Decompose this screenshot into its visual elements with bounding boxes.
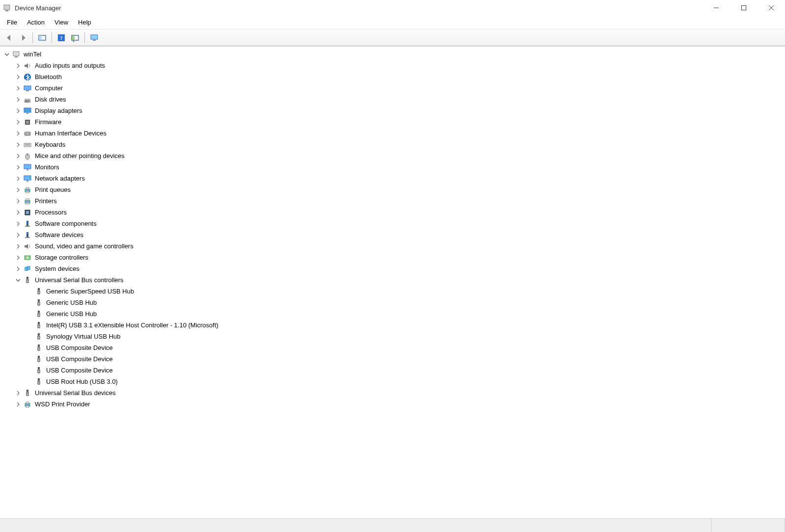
expand-icon[interactable] xyxy=(14,220,22,228)
expand-icon[interactable] xyxy=(14,96,22,104)
menu-file[interactable]: File xyxy=(2,17,22,28)
tree-category[interactable]: Disk drives xyxy=(0,94,785,105)
svg-rect-25 xyxy=(26,121,29,124)
show-hide-button[interactable] xyxy=(36,31,49,44)
expand-icon[interactable] xyxy=(14,130,22,137)
menu-view[interactable]: View xyxy=(50,17,73,28)
tree-device[interactable]: USB Composite Device xyxy=(0,342,785,353)
expand-icon[interactable] xyxy=(14,152,22,160)
expand-icon[interactable] xyxy=(14,242,22,250)
expand-icon[interactable] xyxy=(14,209,22,216)
svg-point-28 xyxy=(28,133,29,134)
back-button[interactable] xyxy=(3,31,16,44)
svg-rect-87 xyxy=(26,390,28,392)
expand-icon[interactable] xyxy=(14,197,22,205)
tree-category[interactable]: Print queues xyxy=(0,184,785,195)
app-icon xyxy=(3,4,11,12)
status-segment xyxy=(0,519,711,532)
svg-point-51 xyxy=(26,233,28,235)
node-label: winTel xyxy=(24,51,41,58)
menu-action[interactable]: Action xyxy=(22,17,50,28)
svg-point-71 xyxy=(38,325,40,327)
minimize-button[interactable] xyxy=(703,0,730,16)
menu-help[interactable]: Help xyxy=(73,17,96,28)
tree-category[interactable]: Processors xyxy=(0,207,785,218)
expand-icon[interactable] xyxy=(14,254,22,262)
tree-category[interactable]: Sound, video and game controllers xyxy=(0,240,785,252)
expander-spacer xyxy=(26,333,33,341)
usb-icon xyxy=(34,355,43,364)
tree-category[interactable]: Software devices xyxy=(0,229,785,240)
tree-category[interactable]: Network adapters xyxy=(0,173,785,184)
firmware-icon xyxy=(23,118,32,127)
tree-root[interactable]: winTel xyxy=(0,49,785,60)
maximize-button[interactable] xyxy=(730,0,758,16)
expand-icon[interactable] xyxy=(14,84,22,92)
tree-category[interactable]: Monitors xyxy=(0,161,785,173)
tree-device[interactable]: USB Composite Device xyxy=(0,365,785,376)
expand-icon[interactable] xyxy=(14,389,22,397)
close-button[interactable] xyxy=(758,0,785,16)
expander-spacer xyxy=(26,299,33,307)
expand-icon[interactable] xyxy=(14,186,22,194)
tree-category[interactable]: Keyboards xyxy=(0,139,785,150)
tree-device[interactable]: Synology Virtual USB Hub xyxy=(0,331,785,342)
expand-icon[interactable] xyxy=(14,62,22,70)
monitor-button[interactable] xyxy=(88,31,101,44)
tree-category[interactable]: System devices xyxy=(0,263,785,274)
node-label: Generic USB Hub xyxy=(46,299,97,306)
tree-category[interactable]: Universal Serial Bus controllers xyxy=(0,274,785,286)
tree-category[interactable]: Audio inputs and outputs xyxy=(0,60,785,71)
expand-icon[interactable] xyxy=(14,141,22,149)
tree-device[interactable]: Intel(R) USB 3.1 eXtensible Host Control… xyxy=(0,319,785,331)
tree-category[interactable]: WSD Print Provider xyxy=(0,399,785,410)
status-segment xyxy=(711,519,785,532)
collapse-icon[interactable] xyxy=(14,276,22,284)
expand-icon[interactable] xyxy=(14,400,22,408)
svg-rect-63 xyxy=(38,299,40,301)
expander-spacer xyxy=(26,288,33,295)
expander-spacer xyxy=(26,355,33,363)
expand-icon[interactable] xyxy=(14,265,22,273)
tree-category[interactable]: Universal Serial Bus devices xyxy=(0,387,785,399)
expand-icon[interactable] xyxy=(14,163,22,171)
expand-icon[interactable] xyxy=(14,107,22,115)
tree-category[interactable]: Human Interface Devices xyxy=(0,128,785,139)
collapse-icon[interactable] xyxy=(3,51,11,58)
tree-device[interactable]: USB Composite Device xyxy=(0,353,785,365)
svg-rect-57 xyxy=(26,277,28,279)
svg-rect-15 xyxy=(15,56,18,57)
tree-category[interactable]: Printers xyxy=(0,195,785,207)
tree-device[interactable]: Generic USB Hub xyxy=(0,297,785,308)
tree-category[interactable]: Software components xyxy=(0,218,785,229)
device-tree-panel[interactable]: winTelAudio inputs and outputsBluetoothC… xyxy=(0,46,785,518)
hid-icon xyxy=(23,129,32,138)
svg-rect-20 xyxy=(25,99,30,100)
tree-category[interactable]: Computer xyxy=(0,82,785,94)
tree-category[interactable]: Bluetooth xyxy=(0,71,785,82)
tree-category[interactable]: Display adapters xyxy=(0,105,785,116)
usb-icon xyxy=(34,287,43,296)
tree-device[interactable]: USB Root Hub (USB 3.0) xyxy=(0,376,785,387)
usb-icon xyxy=(34,321,43,330)
svg-rect-43 xyxy=(26,199,29,200)
expand-icon[interactable] xyxy=(14,175,22,183)
expand-icon[interactable] xyxy=(14,73,22,81)
help-button[interactable]: ? xyxy=(55,31,68,44)
forward-button[interactable] xyxy=(17,31,29,44)
tree-device[interactable]: Generic SuperSpeed USB Hub xyxy=(0,286,785,297)
scan-hardware-button[interactable] xyxy=(69,31,81,44)
expand-icon[interactable] xyxy=(14,118,22,126)
tree-category[interactable]: Firmware xyxy=(0,116,785,128)
node-label: Audio inputs and outputs xyxy=(35,62,105,69)
disk-icon xyxy=(23,95,32,104)
tree-category[interactable]: Storage controllers xyxy=(0,252,785,263)
expand-icon[interactable] xyxy=(14,231,22,239)
svg-point-86 xyxy=(38,382,40,383)
svg-point-38 xyxy=(29,176,31,178)
tree-category[interactable]: Mice and other pointing devices xyxy=(0,150,785,161)
node-label: USB Composite Device xyxy=(46,344,113,351)
tree-device[interactable]: Generic USB Hub xyxy=(0,308,785,319)
node-label: Sound, video and game controllers xyxy=(35,242,133,250)
svg-rect-14 xyxy=(13,52,19,56)
